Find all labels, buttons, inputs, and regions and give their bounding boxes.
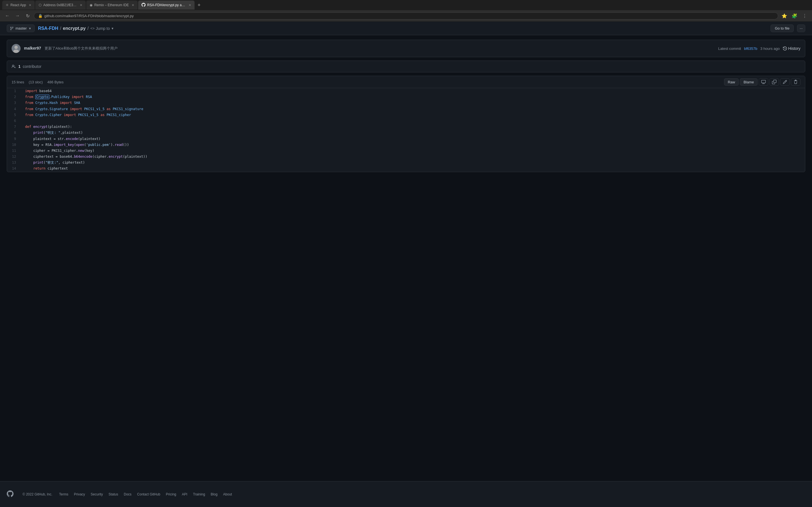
code-line[interactable]: 8 print("明文: ",plaintext) (7, 130, 805, 136)
code-line[interactable]: 13 print("密文:", ciphertext) (7, 160, 805, 166)
jump-to-label: <> Jump to ▼ (90, 26, 114, 31)
tab-address[interactable]: ⬡ Address 0x8B21fE37Aa75849... ✕ (35, 1, 86, 10)
line-count: 15 lines (11, 80, 24, 84)
footer-link-pricing[interactable]: Pricing (166, 492, 176, 496)
commit-box: malker97 更新了Alice和Bob两个文件夹来模拟两个用户 Latest… (7, 40, 805, 57)
code-line[interactable]: 2from Crypto.PublicKey import RSA (7, 94, 805, 100)
line-code: key = RSA.import_key(open('public.pem').… (20, 142, 805, 148)
line-number: 13 (7, 160, 20, 166)
commit-info: malker97 更新了Alice和Bob两个文件夹来模拟两个用户 (24, 46, 715, 51)
reload-button[interactable]: ↻ (24, 12, 32, 20)
line-number: 5 (7, 112, 20, 118)
code-line[interactable]: 14 return ciphertext (7, 166, 805, 172)
code-line[interactable]: 3from Crypto.Hash import SHA (7, 100, 805, 106)
line-code: print("明文: ",plaintext) (20, 130, 805, 136)
line-number: 10 (7, 142, 20, 148)
line-code: from Crypto.Hash import SHA (20, 100, 805, 106)
tab-remix[interactable]: ◉ Remix – Ethereum IDE ✕ (86, 1, 138, 10)
code-line[interactable]: 6 (7, 118, 805, 124)
tab-icon-github (142, 3, 146, 8)
bookmarks-button[interactable]: ⭐ (780, 12, 788, 20)
line-number: 11 (7, 148, 20, 154)
line-code: ciphertext = base64.b64encode(cipher.enc… (20, 154, 805, 160)
tab-close-address[interactable]: ✕ (80, 3, 82, 7)
file-name[interactable]: encrypt.py (63, 26, 86, 31)
code-header: 15 lines (13 sloc) 486 Bytes Raw Blame (7, 76, 805, 88)
code-content: 1import base642from Crypto.PublicKey imp… (7, 88, 805, 172)
tab-close-react[interactable]: ✕ (29, 3, 31, 7)
contributor-count: 1 (18, 64, 20, 69)
code-line[interactable]: 1import base64 (7, 88, 805, 94)
repo-name[interactable]: RSA-FDH (38, 26, 58, 31)
line-code: def encrypt(plaintext): (20, 124, 805, 130)
code-actions: Raw Blame (724, 78, 801, 86)
footer-link-docs[interactable]: Docs (124, 492, 132, 496)
delete-file-button[interactable] (791, 78, 801, 86)
code-line[interactable]: 9 plaintext = str.encode(plaintext) (7, 136, 805, 142)
url-text: github.com/malker97/RSA-FDH/blob/master/… (44, 14, 134, 18)
code-line[interactable]: 5from Crypto.Cipher import PKCS1_v1_5 as… (7, 112, 805, 118)
line-number: 12 (7, 154, 20, 160)
latest-commit-label: Latest commit bf6357b 3 hours ago (718, 47, 779, 51)
footer-link-api[interactable]: API (182, 492, 187, 496)
code-line[interactable]: 11 cipher = PKCS1_cipher.new(key) (7, 148, 805, 154)
lock-icon: 🔒 (38, 14, 43, 18)
footer-link-blog[interactable]: Blog (211, 492, 217, 496)
contributor-box: 1 contributor (7, 61, 805, 72)
tab-close-remix[interactable]: ✕ (132, 3, 134, 7)
tab-react-app[interactable]: ⚛ React App ✕ (2, 1, 35, 10)
footer-link-privacy[interactable]: Privacy (74, 492, 85, 496)
footer-link-security[interactable]: Security (91, 492, 103, 496)
line-code: plaintext = str.encode(plaintext) (20, 136, 805, 142)
line-code: return ciphertext (20, 166, 805, 172)
breadcrumb: RSA-FDH / encrypt.py / <> Jump to ▼ (38, 26, 114, 31)
go-to-file-button[interactable]: Go to file (770, 24, 794, 32)
menu-button[interactable]: ⋮ (801, 12, 809, 20)
url-bar[interactable]: 🔒 github.com/malker97/RSA-FDH/blob/maste… (34, 12, 778, 19)
breadcrumb-separator: / (60, 26, 61, 31)
code-line[interactable]: 12 ciphertext = base64.b64encode(cipher.… (7, 154, 805, 160)
main-content: malker97 更新了Alice和Bob两个文件夹来模拟两个用户 Latest… (0, 35, 812, 481)
line-number: 9 (7, 136, 20, 142)
navigation-bar: ← → ↻ 🔒 github.com/malker97/RSA-FDH/blob… (0, 10, 812, 22)
tab-close-github[interactable]: ✕ (189, 3, 191, 7)
commit-author[interactable]: malker97 (24, 46, 41, 50)
line-number: 7 (7, 124, 20, 130)
footer-link-status[interactable]: Status (109, 492, 118, 496)
blame-button[interactable]: Blame (740, 78, 758, 86)
desktop-view-button[interactable] (759, 78, 768, 86)
footer-link-terms[interactable]: Terms (59, 492, 68, 496)
line-code: import base64 (20, 88, 805, 94)
footer-link-about[interactable]: About (223, 492, 232, 496)
code-line[interactable]: 4from Crypto.Signature import PKCS1_v1_5… (7, 106, 805, 112)
code-line[interactable]: 7def encrypt(plaintext): (7, 124, 805, 130)
raw-button[interactable]: Raw (724, 78, 739, 86)
line-code: from Crypto.Signature import PKCS1_v1_5 … (20, 106, 805, 112)
author-avatar (11, 44, 20, 53)
line-number: 1 (7, 88, 20, 94)
breadcrumb-separator2: / (87, 26, 89, 31)
footer-links: TermsPrivacySecurityStatusDocsContact Gi… (59, 492, 232, 496)
tabs-bar: ⚛ React App ✕ ⬡ Address 0x8B21fE37Aa7584… (0, 0, 812, 10)
tab-github-file[interactable]: RSA-FDH/encrypt.py at master ✕ (138, 1, 195, 10)
svg-point-2 (13, 50, 19, 53)
commit-hash[interactable]: bf6357b (744, 47, 757, 51)
svg-point-1 (14, 46, 18, 49)
branch-selector[interactable]: master ▼ (7, 24, 35, 32)
more-options-button[interactable]: ··· (797, 24, 805, 32)
line-number: 2 (7, 94, 20, 100)
edit-file-button[interactable] (780, 78, 790, 86)
footer-link-contact-github[interactable]: Contact GitHub (137, 492, 160, 496)
new-tab-button[interactable]: + (195, 1, 203, 9)
back-button[interactable]: ← (3, 12, 11, 20)
forward-button[interactable]: → (13, 12, 21, 20)
line-number: 8 (7, 130, 20, 136)
sloc-count: (13 sloc) (29, 80, 43, 84)
tab-icon-remix: ◉ (90, 3, 93, 7)
extensions-button[interactable]: 🧩 (791, 12, 799, 20)
code-line[interactable]: 10 key = RSA.import_key(open('public.pem… (7, 142, 805, 148)
copy-raw-button[interactable] (769, 78, 779, 86)
jump-to-button[interactable]: Jump to ▼ (96, 26, 114, 31)
history-link[interactable]: History (783, 46, 801, 51)
footer-link-training[interactable]: Training (193, 492, 205, 496)
